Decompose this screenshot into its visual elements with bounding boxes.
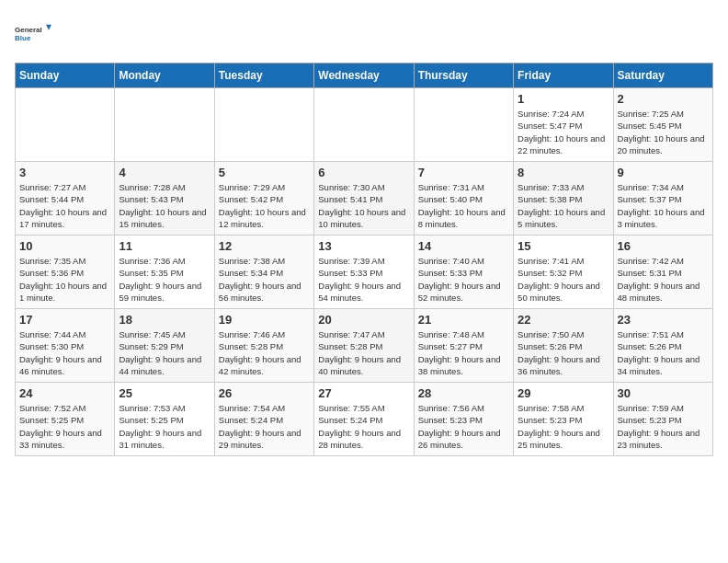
day-info: Sunrise: 7:54 AM Sunset: 5:24 PM Dayligh…: [219, 402, 310, 451]
day-info: Sunrise: 7:31 AM Sunset: 5:40 PM Dayligh…: [418, 181, 509, 230]
calendar-week-row: 1Sunrise: 7:24 AM Sunset: 5:47 PM Daylig…: [16, 88, 713, 162]
day-info: Sunrise: 7:28 AM Sunset: 5:43 PM Dayligh…: [119, 181, 210, 230]
day-number: 17: [19, 313, 110, 327]
day-info: Sunrise: 7:50 AM Sunset: 5:26 PM Dayligh…: [518, 328, 609, 377]
day-info: Sunrise: 7:51 AM Sunset: 5:26 PM Dayligh…: [618, 328, 709, 377]
weekday-header: Saturday: [613, 63, 712, 88]
day-number: 9: [618, 166, 709, 179]
weekday-header: Friday: [514, 63, 613, 88]
day-number: 10: [19, 239, 110, 253]
calendar-cell: 3Sunrise: 7:27 AM Sunset: 5:44 PM Daylig…: [16, 162, 115, 236]
calendar-week-row: 24Sunrise: 7:52 AM Sunset: 5:25 PM Dayli…: [16, 383, 713, 456]
svg-marker-2: [46, 25, 51, 30]
weekday-header: Tuesday: [214, 63, 313, 88]
day-number: 20: [318, 313, 409, 327]
day-number: 27: [318, 386, 409, 400]
calendar-cell: 17Sunrise: 7:44 AM Sunset: 5:30 PM Dayli…: [16, 309, 115, 383]
calendar-cell: 14Sunrise: 7:40 AM Sunset: 5:33 PM Dayli…: [414, 236, 513, 309]
logo-svg: General Blue: [15, 15, 51, 52]
day-number: 2: [618, 92, 709, 106]
day-info: Sunrise: 7:35 AM Sunset: 5:36 PM Dayligh…: [19, 255, 110, 304]
calendar-cell: 18Sunrise: 7:45 AM Sunset: 5:29 PM Dayli…: [115, 309, 214, 383]
day-info: Sunrise: 7:48 AM Sunset: 5:27 PM Dayligh…: [418, 328, 509, 377]
svg-text:Blue: Blue: [15, 34, 31, 42]
day-number: 19: [219, 313, 310, 327]
day-info: Sunrise: 7:46 AM Sunset: 5:28 PM Dayligh…: [219, 328, 310, 377]
day-number: 7: [418, 166, 509, 179]
calendar-cell: 15Sunrise: 7:41 AM Sunset: 5:32 PM Dayli…: [514, 236, 613, 309]
calendar-cell: 16Sunrise: 7:42 AM Sunset: 5:31 PM Dayli…: [613, 236, 712, 309]
day-info: Sunrise: 7:25 AM Sunset: 5:45 PM Dayligh…: [618, 108, 709, 156]
calendar-cell: 21Sunrise: 7:48 AM Sunset: 5:27 PM Dayli…: [414, 309, 513, 383]
day-number: 4: [119, 166, 210, 179]
calendar-table: SundayMondayTuesdayWednesdayThursdayFrid…: [15, 63, 713, 456]
day-info: Sunrise: 7:52 AM Sunset: 5:25 PM Dayligh…: [19, 402, 110, 451]
day-info: Sunrise: 7:53 AM Sunset: 5:25 PM Dayligh…: [119, 402, 210, 451]
day-info: Sunrise: 7:45 AM Sunset: 5:29 PM Dayligh…: [119, 328, 210, 377]
calendar-cell: [414, 88, 513, 162]
calendar-cell: 6Sunrise: 7:30 AM Sunset: 5:41 PM Daylig…: [314, 162, 414, 236]
day-info: Sunrise: 7:58 AM Sunset: 5:23 PM Dayligh…: [518, 402, 609, 451]
day-info: Sunrise: 7:55 AM Sunset: 5:24 PM Dayligh…: [318, 402, 409, 451]
calendar-cell: 25Sunrise: 7:53 AM Sunset: 5:25 PM Dayli…: [115, 383, 214, 456]
day-info: Sunrise: 7:34 AM Sunset: 5:37 PM Dayligh…: [618, 181, 709, 230]
calendar-cell: 7Sunrise: 7:31 AM Sunset: 5:40 PM Daylig…: [414, 162, 513, 236]
day-number: 25: [119, 386, 210, 400]
calendar-cell: [214, 88, 313, 162]
day-number: 11: [119, 239, 210, 253]
day-info: Sunrise: 7:27 AM Sunset: 5:44 PM Dayligh…: [19, 181, 110, 230]
header-row: SundayMondayTuesdayWednesdayThursdayFrid…: [16, 63, 713, 88]
day-info: Sunrise: 7:59 AM Sunset: 5:23 PM Dayligh…: [618, 402, 709, 451]
calendar-cell: 29Sunrise: 7:58 AM Sunset: 5:23 PM Dayli…: [514, 383, 613, 456]
day-info: Sunrise: 7:42 AM Sunset: 5:31 PM Dayligh…: [618, 255, 709, 304]
day-number: 8: [518, 166, 609, 179]
day-info: Sunrise: 7:40 AM Sunset: 5:33 PM Dayligh…: [418, 255, 509, 304]
day-number: 12: [219, 239, 310, 253]
day-number: 21: [418, 313, 509, 327]
calendar-cell: 10Sunrise: 7:35 AM Sunset: 5:36 PM Dayli…: [16, 236, 115, 309]
calendar-cell: 23Sunrise: 7:51 AM Sunset: 5:26 PM Dayli…: [613, 309, 712, 383]
logo: General Blue: [15, 15, 51, 52]
day-number: 14: [418, 239, 509, 253]
calendar-cell: 12Sunrise: 7:38 AM Sunset: 5:34 PM Dayli…: [214, 236, 313, 309]
header: General Blue: [15, 15, 713, 52]
calendar-cell: 27Sunrise: 7:55 AM Sunset: 5:24 PM Dayli…: [314, 383, 414, 456]
calendar-cell: 28Sunrise: 7:56 AM Sunset: 5:23 PM Dayli…: [414, 383, 513, 456]
day-number: 23: [618, 313, 709, 327]
calendar-cell: 11Sunrise: 7:36 AM Sunset: 5:35 PM Dayli…: [115, 236, 214, 309]
day-info: Sunrise: 7:30 AM Sunset: 5:41 PM Dayligh…: [318, 181, 409, 230]
calendar-cell: 1Sunrise: 7:24 AM Sunset: 5:47 PM Daylig…: [514, 88, 613, 162]
day-number: 13: [318, 239, 409, 253]
day-number: 18: [119, 313, 210, 327]
calendar-week-row: 17Sunrise: 7:44 AM Sunset: 5:30 PM Dayli…: [16, 309, 713, 383]
weekday-header: Thursday: [414, 63, 513, 88]
day-info: Sunrise: 7:29 AM Sunset: 5:42 PM Dayligh…: [219, 181, 310, 230]
calendar-cell: 8Sunrise: 7:33 AM Sunset: 5:38 PM Daylig…: [514, 162, 613, 236]
day-number: 28: [418, 386, 509, 400]
day-info: Sunrise: 7:44 AM Sunset: 5:30 PM Dayligh…: [19, 328, 110, 377]
day-number: 26: [219, 386, 310, 400]
day-info: Sunrise: 7:24 AM Sunset: 5:47 PM Dayligh…: [518, 108, 609, 156]
calendar-cell: 5Sunrise: 7:29 AM Sunset: 5:42 PM Daylig…: [214, 162, 313, 236]
day-info: Sunrise: 7:41 AM Sunset: 5:32 PM Dayligh…: [518, 255, 609, 304]
calendar-cell: 4Sunrise: 7:28 AM Sunset: 5:43 PM Daylig…: [115, 162, 214, 236]
calendar-header: SundayMondayTuesdayWednesdayThursdayFrid…: [16, 63, 713, 88]
day-number: 29: [518, 386, 609, 400]
day-info: Sunrise: 7:47 AM Sunset: 5:28 PM Dayligh…: [318, 328, 409, 377]
day-number: 24: [19, 386, 110, 400]
calendar-cell: 24Sunrise: 7:52 AM Sunset: 5:25 PM Dayli…: [16, 383, 115, 456]
calendar-week-row: 3Sunrise: 7:27 AM Sunset: 5:44 PM Daylig…: [16, 162, 713, 236]
day-info: Sunrise: 7:33 AM Sunset: 5:38 PM Dayligh…: [518, 181, 609, 230]
day-number: 16: [618, 239, 709, 253]
day-info: Sunrise: 7:36 AM Sunset: 5:35 PM Dayligh…: [119, 255, 210, 304]
calendar-cell: 19Sunrise: 7:46 AM Sunset: 5:28 PM Dayli…: [214, 309, 313, 383]
calendar-cell: 22Sunrise: 7:50 AM Sunset: 5:26 PM Dayli…: [514, 309, 613, 383]
calendar-cell: 9Sunrise: 7:34 AM Sunset: 5:37 PM Daylig…: [613, 162, 712, 236]
day-number: 15: [518, 239, 609, 253]
calendar-cell: 13Sunrise: 7:39 AM Sunset: 5:33 PM Dayli…: [314, 236, 414, 309]
calendar-cell: 26Sunrise: 7:54 AM Sunset: 5:24 PM Dayli…: [214, 383, 313, 456]
calendar-cell: [314, 88, 414, 162]
calendar-week-row: 10Sunrise: 7:35 AM Sunset: 5:36 PM Dayli…: [16, 236, 713, 309]
day-number: 1: [518, 92, 609, 106]
calendar-body: 1Sunrise: 7:24 AM Sunset: 5:47 PM Daylig…: [16, 88, 713, 456]
